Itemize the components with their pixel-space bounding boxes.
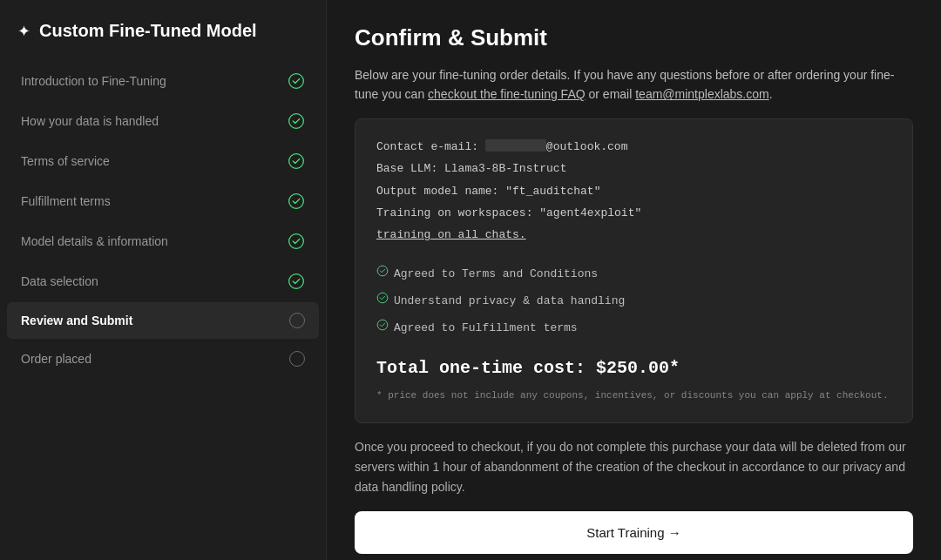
base-llm-value: Base LLM: Llama3-8B-Instruct [376,162,566,175]
sidebar-item-fulfillment-label: Fulfillment terms [21,194,111,208]
training-scope-field: training on all chats. [376,225,891,245]
email-link[interactable]: team@mintplexlabs.com [635,87,769,101]
contact-label: Contact e-mail: [376,140,478,153]
sidebar-item-data-handling-label: How your data is handled [21,114,159,128]
agreement-label-2: Understand privacy & data handling [394,291,625,311]
svg-point-0 [289,74,304,89]
check-icon-intro [288,72,305,90]
svg-point-5 [289,274,304,289]
agreement-2: Understand privacy & data handling [376,290,891,312]
total-cost: Total one-time cost: $250.00* [376,353,891,384]
check-icon-model-details [288,233,305,250]
agreement-label-1: Agreed to Terms and Conditions [394,264,598,284]
contact-value: @outlook.com [546,140,628,153]
faq-link[interactable]: checkout the fine-tuning FAQ [428,87,586,101]
agreement-3: Agreed to Fulfillment terms [376,317,891,339]
agreement-label-3: Agreed to Fulfillment terms [394,318,578,338]
svg-point-6 [377,266,388,276]
sidebar-item-model-details[interactable]: Model details & information [7,222,319,260]
svg-point-8 [377,320,388,330]
sidebar-nav: Introduction to Fine-Tuning How your dat… [0,62,326,377]
sidebar-item-fulfillment[interactable]: Fulfillment terms [7,182,319,220]
sidebar: ✦ Custom Fine-Tuned Model Introduction t… [0,0,327,560]
order-divider-1 [376,247,891,258]
sidebar-item-review-label: Review and Submit [21,314,132,327]
agreements-list: Agreed to Terms and Conditions Understan… [376,263,891,340]
page-description: Below are your fine-tuning order details… [355,65,913,105]
sidebar-item-data-handling[interactable]: How your data is handled [7,102,319,140]
privacy-notice: Once you proceed to checkout, if you do … [355,437,913,497]
cost-divider [376,339,891,353]
sidebar-item-terms-label: Terms of service [21,154,110,168]
training-workspace-value: Training on workspaces: "agent4exploit" [376,206,641,219]
circle-icon-review [289,313,305,328]
contact-field: Contact e-mail: @outlook.com [376,137,891,157]
email-redacted [485,139,546,152]
sidebar-item-terms[interactable]: Terms of service [7,142,319,180]
svg-point-1 [289,114,304,129]
base-llm-field: Base LLM: Llama3-8B-Instruct [376,159,891,179]
sidebar-item-review[interactable]: Review and Submit [7,302,319,339]
training-workspace-field: Training on workspaces: "agent4exploit" [376,203,891,223]
agreement-check-3 [376,317,389,339]
main-content: Confirm & Submit Below are your fine-tun… [327,0,941,560]
svg-point-3 [289,194,304,209]
circle-icon-order-placed [289,351,305,367]
sidebar-title: Custom Fine-Tuned Model [39,21,257,41]
output-model-field: Output model name: "ft_auditchat" [376,181,891,201]
sidebar-item-order-placed[interactable]: Order placed [7,341,319,377]
description-suffix: . [769,87,773,101]
page-title: Confirm & Submit [355,24,913,51]
cost-note: * price does not include any coupons, in… [376,388,891,405]
check-icon-fulfillment [288,192,305,210]
sidebar-item-data-selection-label: Data selection [21,274,98,288]
svg-point-4 [289,234,304,249]
sidebar-item-intro[interactable]: Introduction to Fine-Tuning [7,62,319,100]
agreement-1: Agreed to Terms and Conditions [376,263,891,285]
sidebar-item-order-placed-label: Order placed [21,352,91,366]
output-model-value: Output model name: "ft_auditchat" [376,185,600,198]
order-card: Contact e-mail: @outlook.com Base LLM: L… [355,118,913,423]
sidebar-header: ✦ Custom Fine-Tuned Model [0,21,326,62]
svg-point-2 [289,154,304,169]
check-icon-terms [288,152,305,170]
sidebar-item-data-selection[interactable]: Data selection [7,262,319,300]
sidebar-item-intro-label: Introduction to Fine-Tuning [21,74,166,88]
agreement-check-2 [376,290,389,312]
check-icon-data-selection [288,273,305,290]
training-scope-link[interactable]: training on all chats. [376,228,526,241]
sidebar-item-model-details-label: Model details & information [21,234,168,248]
agreement-check-1 [376,263,389,285]
sparkle-icon: ✦ [17,22,30,41]
submit-button[interactable]: Start Training → [355,511,913,554]
svg-point-7 [377,293,388,303]
description-middle: or email [586,87,636,101]
check-icon-data-handling [288,112,305,130]
